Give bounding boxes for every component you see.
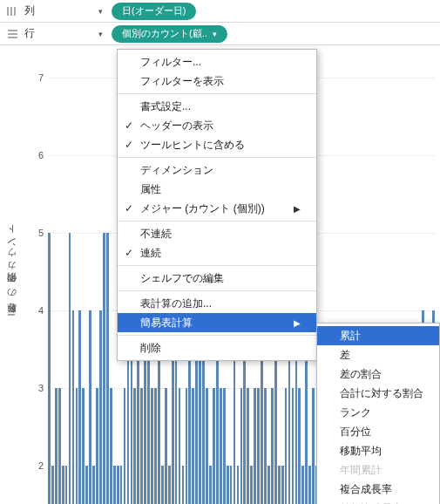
bar[interactable] [278, 466, 281, 504]
rows-shelf-label[interactable]: 行 ▾ [7, 26, 103, 41]
menu-discrete[interactable]: 不連続 [118, 224, 316, 243]
bar[interactable] [124, 388, 126, 504]
bar[interactable] [51, 466, 54, 504]
submenu-rank[interactable]: ランク [317, 403, 439, 422]
bar[interactable] [250, 466, 253, 504]
chevron-down-icon: ▾ [213, 30, 217, 38]
bar[interactable] [192, 388, 194, 504]
bar[interactable] [312, 388, 315, 504]
menu-measure[interactable]: ✓メジャー (カウント (個別))▶ [118, 199, 316, 218]
bar[interactable] [186, 388, 188, 504]
submenu-arrow-icon: ▶ [294, 318, 301, 328]
bar[interactable] [298, 388, 301, 504]
bar[interactable] [99, 310, 102, 504]
menu-remove[interactable]: 削除 [118, 338, 316, 358]
submenu-pct-difference[interactable]: 差の割合 [317, 364, 439, 384]
bar[interactable] [223, 388, 226, 504]
rows-shelf: 行 ▾ 個別のカウント(顧.. ▾ [0, 23, 440, 45]
bar[interactable] [206, 388, 208, 504]
menu-quick-table-calc[interactable]: 簡易表計算▶ [118, 313, 316, 332]
bar[interactable] [285, 388, 288, 504]
rows-icon [7, 29, 19, 39]
menu-edit-shelf[interactable]: シェルフでの編集 [118, 269, 316, 288]
bar[interactable] [165, 388, 167, 504]
bar[interactable] [113, 466, 116, 504]
bar[interactable] [58, 388, 61, 504]
menu-show-filter[interactable]: フィルターを表示 [118, 72, 316, 91]
menu-separator [118, 335, 316, 336]
bar[interactable] [308, 466, 311, 504]
bar[interactable] [96, 388, 98, 504]
bar[interactable] [82, 388, 85, 504]
submenu-percentile[interactable]: 百分位 [317, 422, 439, 441]
submenu-pct-of-total[interactable]: 合計に対する割合 [317, 384, 439, 403]
columns-shelf: 列 ▾ 日(オーダー日) [0, 0, 440, 23]
y-tick-label: 3 [38, 383, 44, 393]
menu-separator [118, 93, 316, 94]
bar[interactable] [92, 466, 95, 504]
bar[interactable] [220, 388, 222, 504]
menu-separator [118, 157, 316, 158]
quick-table-calc-submenu: 累計 差 差の割合 合計に対する割合 ランク 百分位 移動平均 年間累計 複合成… [316, 323, 440, 504]
menu-format[interactable]: 書式設定... [118, 97, 316, 116]
submenu-difference[interactable]: 差 [317, 345, 439, 364]
bar[interactable] [179, 388, 181, 504]
bar[interactable] [154, 388, 157, 504]
check-icon: ✓ [125, 202, 133, 215]
bar[interactable] [55, 388, 58, 504]
bar[interactable] [106, 233, 109, 504]
bar[interactable] [240, 388, 243, 504]
bar[interactable] [89, 310, 91, 504]
bar[interactable] [227, 466, 229, 504]
bar[interactable] [281, 466, 284, 504]
y-tick-label: 7 [38, 72, 44, 83]
menu-attribute[interactable]: 属性 [118, 180, 316, 199]
bar[interactable] [182, 466, 185, 504]
check-icon: ✓ [125, 119, 133, 132]
bar[interactable] [85, 466, 88, 504]
menu-dimension[interactable]: ディメンション [118, 160, 316, 180]
bar[interactable] [72, 310, 75, 504]
bar[interactable] [257, 388, 260, 504]
bar[interactable] [209, 466, 212, 504]
bar[interactable] [237, 466, 240, 504]
columns-pill[interactable]: 日(オーダー日) [112, 3, 196, 20]
rows-pill[interactable]: 個別のカウント(顧.. ▾ [112, 25, 227, 43]
bar[interactable] [117, 466, 119, 504]
bar[interactable] [76, 388, 78, 504]
bar[interactable] [140, 388, 143, 504]
y-axis-ticks: 765432 [26, 54, 44, 504]
bar[interactable] [247, 388, 249, 504]
bar[interactable] [292, 388, 294, 504]
pill-label: 個別のカウント(顧.. [122, 27, 207, 40]
columns-shelf-label[interactable]: 列 ▾ [7, 3, 103, 18]
bar[interactable] [213, 388, 215, 504]
submenu-running-total[interactable]: 累計 [317, 326, 439, 345]
bar[interactable] [264, 388, 267, 504]
bar[interactable] [267, 466, 270, 504]
submenu-moving-avg[interactable]: 移動平均 [317, 441, 439, 460]
submenu-cagr[interactable]: 複合成長率 [317, 480, 439, 499]
menu-separator [118, 221, 316, 221]
bar[interactable] [120, 466, 123, 504]
bar[interactable] [271, 388, 274, 504]
menu-show-header[interactable]: ✓ヘッダーの表示 [118, 116, 316, 135]
bar[interactable] [110, 388, 112, 504]
bar[interactable] [151, 388, 153, 504]
bar[interactable] [254, 388, 256, 504]
bar[interactable] [62, 466, 64, 504]
bar[interactable] [133, 388, 136, 504]
bar[interactable] [69, 233, 71, 504]
bar[interactable] [301, 466, 304, 504]
menu-add-table-calc[interactable]: 表計算の追加... [118, 294, 316, 313]
bar[interactable] [65, 466, 68, 504]
bar[interactable] [103, 233, 105, 504]
menu-tooltip[interactable]: ✓ツールヒントに含める [118, 135, 316, 154]
bar[interactable] [161, 466, 164, 504]
bar[interactable] [168, 466, 171, 504]
menu-continuous[interactable]: ✓連続 [118, 243, 316, 262]
bar[interactable] [78, 310, 81, 504]
menu-filter[interactable]: フィルター... [118, 52, 316, 72]
bar[interactable] [48, 233, 51, 504]
bar[interactable] [230, 466, 233, 504]
